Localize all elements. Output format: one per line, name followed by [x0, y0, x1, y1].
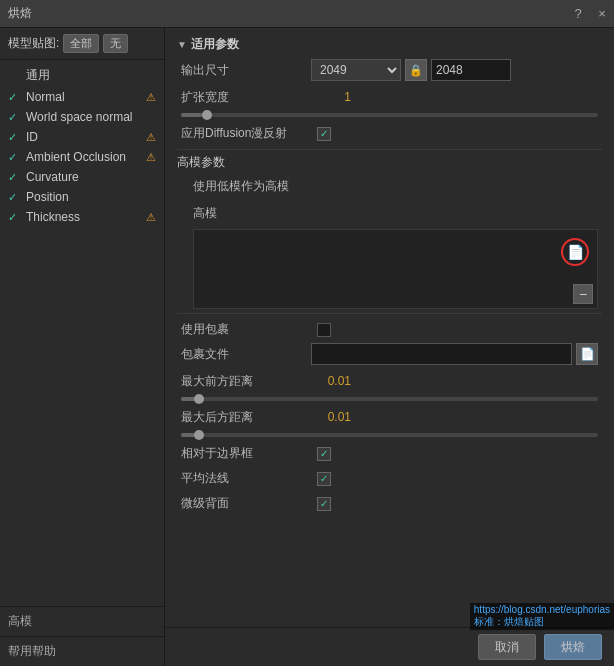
all-button[interactable]: 全部: [63, 34, 99, 53]
check-thickness: ✓: [8, 211, 22, 224]
sidebar-item-curvature[interactable]: ✓ Curvature: [0, 167, 164, 187]
apply-diffusion-label: 应用Diffusion漫反射: [181, 125, 311, 142]
lock-button[interactable]: 🔒: [405, 59, 427, 81]
high-poly-bottom-label: 高模: [8, 614, 32, 628]
sidebar-item-position-label: Position: [26, 190, 156, 204]
sidebar-item-position[interactable]: ✓ Position: [0, 187, 164, 207]
output-size-input[interactable]: [431, 59, 511, 81]
sidebar-item-normal[interactable]: ✓ Normal ⚠: [0, 87, 164, 107]
expand-width-control: 1: [311, 90, 598, 104]
expand-slider-fill: [181, 113, 202, 117]
close-button[interactable]: ×: [594, 6, 610, 22]
warn-thickness-icon: ⚠: [146, 211, 156, 224]
high-poly-section-label: 高模参数: [177, 155, 225, 169]
high-poly-minus-btn[interactable]: −: [573, 284, 593, 304]
high-poly-label: 高模: [193, 205, 323, 222]
expand-width-row: 扩张宽度 1: [177, 86, 602, 108]
cage-file-path[interactable]: [311, 343, 572, 365]
expand-slider-thumb[interactable]: [202, 110, 212, 120]
sidebar-item-thickness[interactable]: ✓ Thickness ⚠: [0, 207, 164, 227]
check-general: [8, 70, 22, 82]
sidebar-item-world-space-label: World space normal: [26, 110, 156, 124]
max-front-control: 0.01: [311, 374, 598, 388]
use-cage-label: 使用包裹: [181, 321, 311, 338]
apply-diffusion-check[interactable]: [317, 127, 331, 141]
cancel-button[interactable]: 取消: [478, 634, 536, 660]
cage-file-browse-btn[interactable]: 📄: [576, 343, 598, 365]
right-content: ▼ 适用参数 输出尺寸 2049 🔒 扩张宽度 1: [165, 28, 614, 627]
max-back-row: 最大后方距离 0.01: [177, 406, 602, 428]
warn-ao-icon: ⚠: [146, 151, 156, 164]
output-size-control: 2049 🔒: [311, 59, 598, 81]
high-poly-row: 高模: [189, 202, 602, 224]
use-low-row: 使用低模作为高模: [189, 175, 602, 198]
max-back-slider-track[interactable]: [181, 433, 598, 437]
left-top-bar: 模型贴图: 全部 无: [0, 28, 164, 60]
sidebar-item-general[interactable]: 通用: [0, 64, 164, 87]
use-cage-check[interactable]: [317, 323, 331, 337]
section-header-params: ▼ 适用参数: [177, 36, 602, 53]
max-front-slider-thumb[interactable]: [194, 394, 204, 404]
divider-1: [177, 149, 602, 150]
micro-surface-check[interactable]: [317, 497, 331, 511]
sidebar-item-general-label: 通用: [26, 67, 156, 84]
left-items-list: 通用 ✓ Normal ⚠ ✓ World space normal ✓ ID …: [0, 60, 164, 337]
apply-diffusion-row: 应用Diffusion漫反射: [177, 122, 602, 145]
check-normal: ✓: [8, 91, 22, 104]
sidebar-item-id[interactable]: ✓ ID ⚠: [0, 127, 164, 147]
model-map-label: 模型贴图:: [8, 35, 59, 52]
check-curvature: ✓: [8, 171, 22, 184]
divider-2: [177, 313, 602, 314]
use-low-label: 使用低模作为高模: [193, 178, 323, 195]
high-poly-section-header: 高模参数: [177, 154, 602, 171]
warn-id-icon: ⚠: [146, 131, 156, 144]
bake-button[interactable]: 烘焙: [544, 634, 602, 660]
max-back-control: 0.01: [311, 410, 598, 424]
sidebar-item-world-space-normal[interactable]: ✓ World space normal: [0, 107, 164, 127]
cage-file-row: 包裹文件 📄: [177, 343, 602, 365]
max-back-slider-thumb[interactable]: [194, 430, 204, 440]
help-button[interactable]: ?: [570, 6, 586, 22]
use-cage-row: 使用包裹: [177, 318, 602, 341]
high-poly-subsection: 使用低模作为高模 高模 📄: [189, 175, 602, 309]
max-front-slider-track[interactable]: [181, 397, 598, 401]
high-poly-file-icon-btn[interactable]: 📄: [561, 238, 589, 266]
sidebar-item-curvature-label: Curvature: [26, 170, 156, 184]
title-bar-controls: ? ×: [570, 0, 610, 27]
expand-value: 1: [311, 90, 351, 104]
relative-bbox-row: 相对于边界框: [177, 442, 602, 465]
output-size-label: 输出尺寸: [181, 62, 311, 79]
sidebar-item-ambient-occlusion[interactable]: ✓ Ambient Occlusion ⚠: [0, 147, 164, 167]
avg-normals-row: 平均法线: [177, 467, 602, 490]
window-title: 烘焙: [8, 5, 32, 22]
right-panel: ▼ 适用参数 输出尺寸 2049 🔒 扩张宽度 1: [165, 28, 614, 666]
expand-slider-row: [177, 113, 602, 117]
check-ao: ✓: [8, 151, 22, 164]
cage-file-control: 📄: [311, 343, 598, 365]
sidebar-item-id-label: ID: [26, 130, 142, 144]
max-front-row: 最大前方距离 0.01: [177, 370, 602, 392]
section-toggle-icon[interactable]: ▼: [177, 39, 187, 50]
left-bottom-section: 高模: [0, 606, 164, 636]
check-position: ✓: [8, 191, 22, 204]
sidebar-item-thickness-label: Thickness: [26, 210, 142, 224]
check-id: ✓: [8, 131, 22, 144]
high-poly-file-icon: 📄: [567, 244, 584, 260]
section-title-params: 适用参数: [191, 36, 239, 53]
warn-normal-icon: ⚠: [146, 91, 156, 104]
dialog-footer: 取消 烘焙: [165, 627, 614, 666]
output-size-select[interactable]: 2049: [311, 59, 401, 81]
output-size-row: 输出尺寸 2049 🔒: [177, 59, 602, 81]
max-back-value: 0.01: [311, 410, 351, 424]
sidebar-item-normal-label: Normal: [26, 90, 142, 104]
avg-normals-check[interactable]: [317, 472, 331, 486]
expand-slider-track[interactable]: [181, 113, 598, 117]
expand-width-label: 扩张宽度: [181, 89, 311, 106]
relative-bbox-label: 相对于边界框: [181, 445, 311, 462]
max-front-slider-row: [177, 397, 602, 401]
relative-bbox-check[interactable]: [317, 447, 331, 461]
none-button[interactable]: 无: [103, 34, 128, 53]
sidebar-item-ao-label: Ambient Occlusion: [26, 150, 142, 164]
micro-surface-label: 微级背面: [181, 495, 311, 512]
title-bar: 烘焙 ? ×: [0, 0, 614, 28]
